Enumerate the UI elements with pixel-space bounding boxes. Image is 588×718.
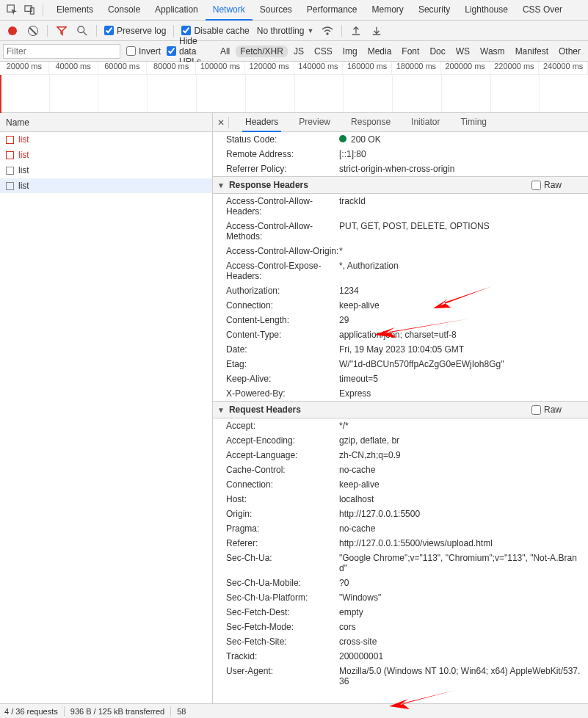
filter-pill-media[interactable]: Media bbox=[363, 46, 396, 57]
header-key: Authorization: bbox=[226, 286, 339, 296]
header-row: Accept-Encoding:gzip, deflate, br bbox=[213, 433, 588, 448]
header-value: strict-origin-when-cross-origin bbox=[339, 164, 582, 174]
filter-pill-wasm[interactable]: Wasm bbox=[476, 46, 509, 57]
header-row: Content-Length:29 bbox=[213, 313, 588, 327]
tab-console[interactable]: Console bbox=[101, 0, 148, 20]
raw-toggle[interactable]: Raw bbox=[531, 405, 562, 415]
tab-memory[interactable]: Memory bbox=[365, 0, 411, 20]
filter-pill-js[interactable]: JS bbox=[289, 46, 308, 57]
header-key: Referrer Policy: bbox=[226, 164, 339, 174]
timeline-tick: 100000 ms bbox=[196, 62, 245, 74]
tab-network[interactable]: Network bbox=[206, 0, 253, 21]
filter-toggle-icon[interactable] bbox=[55, 24, 68, 37]
status-more: 58 bbox=[177, 707, 186, 716]
filter-pill-font[interactable]: Font bbox=[397, 46, 424, 57]
detail-tab-initiator[interactable]: Initiator bbox=[408, 113, 443, 131]
filter-pill-all[interactable]: All bbox=[216, 46, 234, 57]
filter-pill-css[interactable]: CSS bbox=[310, 46, 337, 57]
header-key: Sec-Ch-Ua-Mobile: bbox=[226, 578, 339, 588]
tab-performance[interactable]: Performance bbox=[300, 0, 365, 20]
header-row: Accept-Language:zh-CN,zh;q=0.9 bbox=[213, 448, 588, 463]
request-count: 4 / 36 requests bbox=[4, 707, 58, 716]
search-icon[interactable] bbox=[76, 24, 89, 37]
tab-security[interactable]: Security bbox=[411, 0, 457, 20]
request-type-icon bbox=[6, 136, 14, 144]
header-row: Sec-Ch-Ua:"Google Chrome";v="113", "Chro… bbox=[213, 551, 588, 576]
disclosure-triangle-icon: ▼ bbox=[217, 406, 225, 414]
svg-point-4 bbox=[327, 33, 328, 35]
devtools-tab-strip: ElementsConsoleApplicationNetworkSources… bbox=[0, 0, 588, 21]
separator bbox=[43, 4, 43, 16]
filter-pill-doc[interactable]: Doc bbox=[425, 46, 449, 57]
timeline-tick: 160000 ms bbox=[343, 62, 392, 74]
response-headers-section[interactable]: ▼ Response Headers Raw bbox=[213, 176, 588, 194]
detail-tabs: ✕ HeadersPreviewResponseInitiatorTiming bbox=[213, 113, 588, 132]
record-button[interactable] bbox=[6, 24, 19, 37]
preserve-log-checkbox[interactable]: Preserve log bbox=[104, 26, 166, 36]
throttling-select[interactable]: No throttling▼ bbox=[257, 26, 314, 36]
timeline-tick: 60000 ms bbox=[98, 62, 148, 74]
status-bar: 4 / 36 requests 936 B / 125 kB transferr… bbox=[0, 703, 588, 718]
detail-tab-timing[interactable]: Timing bbox=[457, 113, 490, 131]
filter-pill-fetchxhr[interactable]: Fetch/XHR bbox=[236, 46, 288, 57]
header-value: http://127.0.0.1:5500 bbox=[339, 509, 582, 519]
filter-pill-other[interactable]: Other bbox=[554, 46, 585, 57]
tab-lighthouse[interactable]: Lighthouse bbox=[457, 0, 515, 20]
header-key: Access-Control-Allow-Methods: bbox=[226, 221, 339, 242]
header-key: Accept-Language: bbox=[226, 450, 339, 460]
tab-css-over[interactable]: CSS Over bbox=[515, 0, 570, 20]
header-key: Access-Control-Allow-Headers: bbox=[226, 196, 339, 217]
header-value: gzip, deflate, br bbox=[339, 435, 582, 446]
header-row: Host:localhost bbox=[213, 492, 588, 507]
wifi-icon[interactable] bbox=[321, 24, 334, 37]
header-key: Connection: bbox=[226, 300, 339, 311]
detail-tab-headers[interactable]: Headers bbox=[242, 113, 281, 132]
request-row[interactable]: list bbox=[0, 148, 212, 163]
timeline-tick: 20000 ms bbox=[0, 62, 49, 74]
header-key: Status Code: bbox=[226, 134, 339, 145]
header-value: [::1]:80 bbox=[339, 149, 582, 159]
filter-pill-manifest[interactable]: Manifest bbox=[511, 46, 553, 57]
detail-tab-response[interactable]: Response bbox=[348, 113, 393, 131]
filter-pill-ws[interactable]: WS bbox=[451, 46, 474, 57]
request-row[interactable]: list bbox=[0, 163, 212, 178]
timeline-tick: 120000 ms bbox=[245, 62, 294, 74]
inspect-icon[interactable] bbox=[4, 3, 19, 18]
header-row: Trackid:200000001 bbox=[213, 649, 588, 664]
column-header-name[interactable]: Name bbox=[0, 113, 212, 132]
tab-elements[interactable]: Elements bbox=[49, 0, 101, 20]
detail-tab-preview[interactable]: Preview bbox=[296, 113, 333, 131]
header-key: Access-Control-Expose-Headers: bbox=[226, 261, 339, 281]
header-value: 29 bbox=[339, 315, 582, 325]
request-row[interactable]: list bbox=[0, 132, 212, 148]
filter-pill-img[interactable]: Img bbox=[338, 46, 362, 57]
invert-checkbox[interactable]: Invert bbox=[126, 46, 161, 57]
timeline-overview[interactable]: 20000 ms40000 ms60000 ms80000 ms100000 m… bbox=[0, 62, 588, 113]
header-value: empty bbox=[339, 607, 582, 617]
tab-sources[interactable]: Sources bbox=[253, 0, 300, 20]
download-har-icon[interactable] bbox=[370, 24, 383, 37]
request-name: list bbox=[18, 165, 29, 175]
header-row: X-Powered-By:Express bbox=[213, 386, 588, 401]
header-key: Etag: bbox=[226, 359, 339, 369]
request-headers-section[interactable]: ▼ Request Headers Raw bbox=[213, 401, 588, 418]
disable-cache-checkbox[interactable]: Disable cache bbox=[181, 26, 249, 36]
raw-toggle[interactable]: Raw bbox=[531, 180, 562, 190]
header-key: Cache-Control: bbox=[226, 465, 339, 475]
header-key: Sec-Fetch-Dest: bbox=[226, 607, 339, 617]
filter-input[interactable] bbox=[3, 44, 120, 59]
header-key: Accept: bbox=[226, 421, 339, 431]
disclosure-triangle-icon: ▼ bbox=[217, 181, 225, 189]
upload-har-icon[interactable] bbox=[349, 24, 363, 37]
close-details-icon[interactable]: ✕ bbox=[217, 117, 229, 128]
header-value: no-cache bbox=[339, 523, 582, 534]
header-row: Access-Control-Allow-Methods:PUT, GET, P… bbox=[213, 219, 588, 244]
request-row[interactable]: list bbox=[0, 178, 212, 194]
header-key: Sec-Ch-Ua-Platform: bbox=[226, 592, 339, 603]
device-toggle-icon[interactable] bbox=[22, 3, 37, 18]
header-row: Pragma:no-cache bbox=[213, 521, 588, 536]
request-list: Name listlistlistlist bbox=[0, 113, 213, 703]
clear-button[interactable] bbox=[26, 24, 40, 37]
timeline-tick: 80000 ms bbox=[147, 62, 196, 74]
tab-application[interactable]: Application bbox=[148, 0, 206, 20]
